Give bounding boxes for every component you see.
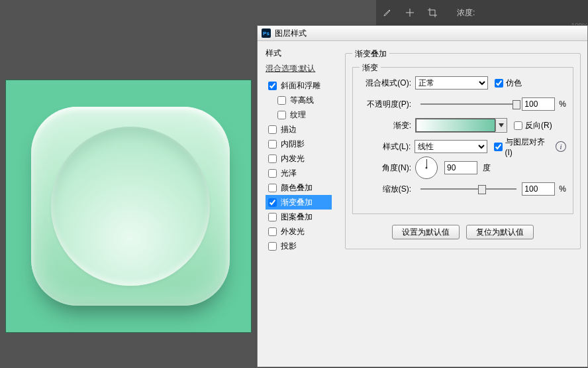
angle-input[interactable] xyxy=(444,161,477,174)
gradient-label: 渐变: xyxy=(360,120,415,131)
fx-item-label: 投影 xyxy=(281,241,297,252)
style-label: 样式(L): xyxy=(360,141,415,153)
opacity-label: 不透明度(P): xyxy=(360,99,415,110)
crosshair-icon[interactable] xyxy=(403,5,417,20)
fx-item-checkbox[interactable] xyxy=(268,82,277,90)
reset-default-button[interactable]: 复位为默认值 xyxy=(466,225,534,239)
align-checkbox-wrap[interactable]: 与图层对齐(I) xyxy=(494,137,552,157)
fx-item[interactable]: 描边 xyxy=(266,122,332,137)
fx-item-checkbox[interactable] xyxy=(268,154,277,163)
fx-item-checkbox[interactable] xyxy=(268,198,277,207)
angle-label: 角度(N): xyxy=(360,162,415,174)
app-icon-inner-circle xyxy=(51,127,210,286)
canvas-area xyxy=(5,80,252,333)
inner-group-title: 渐变 xyxy=(360,62,381,74)
fx-item[interactable]: 渐变叠加 xyxy=(266,195,332,210)
dialog-title: 图层样式 xyxy=(275,28,307,39)
scale-slider[interactable] xyxy=(420,188,516,190)
fx-item-label: 内阴影 xyxy=(281,139,305,150)
fx-item[interactable]: 投影 xyxy=(266,239,332,253)
style-list-panel: 样式 混合选项:默认 斜面和浮雕等高线纹理描边内阴影内发光光泽颜色叠加渐变叠加图… xyxy=(258,41,332,367)
fx-item-checkbox[interactable] xyxy=(268,169,277,178)
style-list-header: 样式 xyxy=(266,48,332,59)
scale-input[interactable] xyxy=(522,182,555,196)
fx-item-checkbox[interactable] xyxy=(268,213,277,221)
fx-item-checkbox[interactable] xyxy=(268,125,277,134)
fx-item[interactable]: 光泽 xyxy=(266,166,332,180)
fx-item-label: 描边 xyxy=(281,124,297,135)
reverse-checkbox-wrap[interactable]: 反向(R) xyxy=(514,120,552,131)
icon-preview xyxy=(31,107,236,312)
fx-item-checkbox[interactable] xyxy=(268,140,277,149)
info-icon[interactable]: i xyxy=(556,141,566,152)
gradient-swatch-combo[interactable] xyxy=(415,118,507,133)
dither-checkbox-wrap[interactable]: 仿色 xyxy=(495,78,522,89)
layer-style-dialog: Ps 图层样式 样式 混合选项:默认 斜面和浮雕等高线纹理描边内阴影内发光光泽颜… xyxy=(257,25,588,367)
fx-item[interactable]: 纹理 xyxy=(266,107,332,122)
fx-item-checkbox[interactable] xyxy=(277,96,286,105)
fx-item-label: 颜色叠加 xyxy=(281,182,313,194)
fx-item[interactable]: 颜色叠加 xyxy=(266,180,332,195)
fx-item-label: 内发光 xyxy=(281,153,305,164)
gradient-style-select[interactable]: 线性 xyxy=(415,140,487,153)
blend-options-default[interactable]: 混合选项:默认 xyxy=(266,63,332,74)
align-checkbox[interactable] xyxy=(494,143,503,151)
fx-item-label: 光泽 xyxy=(281,168,297,179)
fx-item-label: 斜面和浮雕 xyxy=(281,80,320,92)
app-icon-base xyxy=(31,107,230,306)
gradient-overlay-panel: 渐变叠加 渐变 混合模式(O): 正常 仿色 不透明度 xyxy=(332,41,587,367)
reverse-label: 反向(R) xyxy=(525,120,552,131)
fx-item-checkbox[interactable] xyxy=(268,184,277,192)
fx-item-label: 外发光 xyxy=(281,226,305,237)
dither-checkbox[interactable] xyxy=(495,79,503,88)
brush-tool-icon[interactable] xyxy=(380,5,395,20)
fx-item[interactable]: 外发光 xyxy=(266,224,332,239)
scale-label: 缩放(S): xyxy=(360,184,415,195)
fx-item[interactable]: 内发光 xyxy=(266,151,332,166)
reverse-checkbox[interactable] xyxy=(514,121,522,130)
opacity-slider-thumb[interactable] xyxy=(513,100,520,109)
opacity-input[interactable] xyxy=(522,97,555,111)
fx-item-label: 纹理 xyxy=(290,109,306,121)
crop-tool-icon[interactable] xyxy=(425,5,440,20)
percent-sign: % xyxy=(559,99,566,109)
angle-dial[interactable] xyxy=(415,156,438,179)
fx-item[interactable]: 内阴影 xyxy=(266,137,332,151)
density-label: 浓度: xyxy=(457,7,475,19)
dither-label: 仿色 xyxy=(506,78,522,89)
opacity-slider[interactable] xyxy=(420,103,516,105)
top-toolbar: 浓度: xyxy=(376,0,588,25)
fx-item[interactable]: 图案叠加 xyxy=(266,210,332,224)
fx-item-checkbox[interactable] xyxy=(268,227,277,236)
fx-item-checkbox[interactable] xyxy=(268,242,277,251)
set-default-button[interactable]: 设置为默认值 xyxy=(392,225,460,239)
ps-icon: Ps xyxy=(262,29,271,38)
blend-mode-label: 混合模式(O): xyxy=(360,78,415,89)
scale-slider-thumb[interactable] xyxy=(478,185,486,194)
fx-item[interactable]: 斜面和浮雕 xyxy=(266,78,332,93)
gradient-swatch[interactable] xyxy=(416,119,495,132)
angle-unit: 度 xyxy=(483,162,491,174)
fx-item-checkbox[interactable] xyxy=(277,111,286,119)
gradient-dropdown-arrow[interactable] xyxy=(495,119,507,131)
blend-mode-select[interactable]: 正常 xyxy=(415,76,488,90)
group-title: 渐变叠加 xyxy=(352,48,389,60)
fx-item-label: 图案叠加 xyxy=(281,212,313,223)
fx-item-label: 渐变叠加 xyxy=(281,197,313,208)
align-label: 与图层对齐(I) xyxy=(505,137,552,157)
fx-item-label: 等高线 xyxy=(290,95,314,106)
fx-item[interactable]: 等高线 xyxy=(266,93,332,107)
percent-sign-2: % xyxy=(559,184,566,194)
dialog-titlebar[interactable]: Ps 图层样式 xyxy=(258,26,587,41)
